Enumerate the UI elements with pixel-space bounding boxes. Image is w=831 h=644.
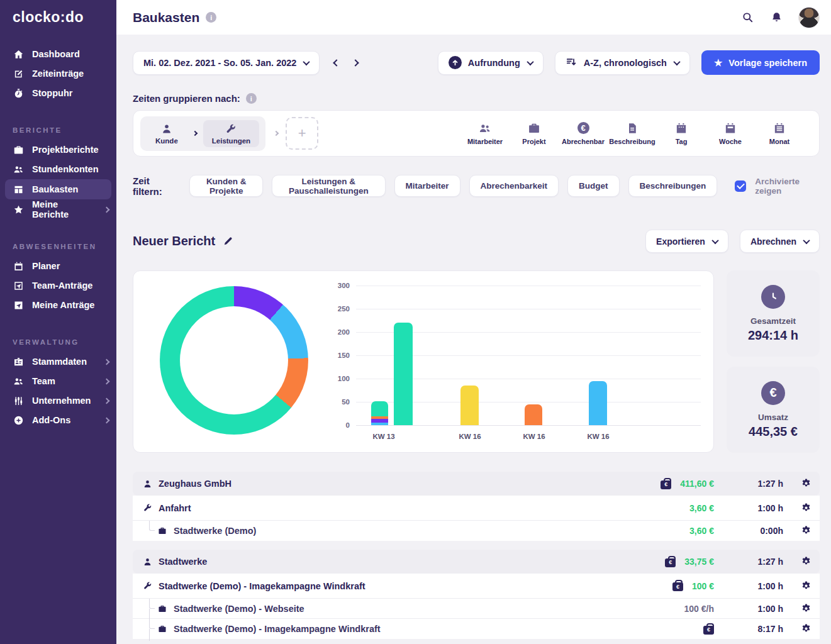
sidebar-item-dashboard[interactable]: Dashboard xyxy=(0,45,116,64)
grouping-option-label: Abrechenbar xyxy=(562,138,605,145)
search-icon[interactable] xyxy=(740,11,754,25)
tree-connector xyxy=(149,619,155,629)
gear-icon[interactable] xyxy=(801,580,812,592)
prev-period-button[interactable] xyxy=(332,59,340,67)
rounding-dropdown[interactable]: Aufrundung xyxy=(438,51,544,75)
next-period-button[interactable] xyxy=(351,59,359,67)
money-cell: €100 € xyxy=(607,580,714,591)
money-bag-icon[interactable]: € xyxy=(661,480,671,489)
sidebar-item-unternehmen[interactable]: Unternehmen xyxy=(0,391,116,410)
sidebar-section-berichte: BERICHTE xyxy=(0,126,116,134)
person-icon xyxy=(142,478,153,489)
sidebar-item-label: Meine Berichte xyxy=(32,199,96,219)
report-row-zeughaus-gmbh[interactable]: Zeughaus GmbH€411,60 €1:27 h xyxy=(133,472,820,496)
report-row-stadtwerke-demo-imagekampagne-windkraft[interactable]: Stadtwerke (Demo) - Imagekampagne Windkr… xyxy=(133,619,820,639)
sidebar-item-label: Team-Anträge xyxy=(32,280,109,291)
grouping-option-abrechenbar[interactable]: €Abrechenbar xyxy=(559,122,608,145)
home-icon xyxy=(13,48,24,60)
filter-button-budget[interactable]: Budget xyxy=(567,175,620,197)
sidebar-item-meine-berichte[interactable]: Meine Berichte xyxy=(0,200,116,219)
plane-icon xyxy=(13,299,24,311)
chevron-right-icon xyxy=(104,206,110,213)
charts-row: 300250200150100500KW 13KW 16KW 16KW 16 G… xyxy=(133,270,820,453)
gear-icon[interactable] xyxy=(801,502,812,514)
row-label: Stadtwerke xyxy=(159,557,607,567)
sidebar-item-meine-antr-ge[interactable]: Meine Anträge xyxy=(0,296,116,314)
gear-icon[interactable] xyxy=(801,525,812,536)
x-axis-label: KW 16 xyxy=(523,433,545,440)
bar-kw-16 xyxy=(525,404,542,425)
report-row-anfahrt[interactable]: Anfahrt3,60 €1:00 h xyxy=(133,496,820,521)
summary-value: 445,35 € xyxy=(749,425,798,439)
user-avatar[interactable] xyxy=(798,7,820,28)
rounding-label: Aufrundung xyxy=(468,58,520,68)
grouping-option-label: Tag xyxy=(676,138,688,145)
grouping-option-label: Monat xyxy=(769,138,789,145)
sidebar-item-label: Add-Ons xyxy=(32,415,96,425)
grouping-option-projekt[interactable]: Projekt xyxy=(510,122,559,145)
grouping-option-beschreibung[interactable]: Beschreibung xyxy=(608,122,657,145)
sidebar-item-stoppuhr[interactable]: Stoppuhr xyxy=(0,84,116,103)
person-icon xyxy=(142,556,153,567)
gear-icon[interactable] xyxy=(801,556,812,567)
date-range-picker[interactable]: Mi. 02. Dez. 2021 - So. 05. Jan. 2022 xyxy=(133,51,320,75)
chevron-down-icon xyxy=(711,236,718,243)
bell-icon[interactable] xyxy=(769,11,783,25)
time-value: 1:00 h xyxy=(732,503,783,513)
money-bag-icon[interactable]: € xyxy=(703,626,714,635)
money-bag-icon[interactable]: € xyxy=(665,558,676,567)
bill-dropdown[interactable]: Abrechnen xyxy=(740,230,820,253)
sidebar-item-team[interactable]: Team xyxy=(0,372,116,391)
gear-icon[interactable] xyxy=(801,623,812,635)
filter-button-abrechenbarkeit[interactable]: Abrechenbarkeit xyxy=(469,175,559,197)
edit-pencil-icon[interactable] xyxy=(223,236,234,247)
filter-button-kunden-projekte[interactable]: Kunden & Projekte xyxy=(189,175,263,197)
archived-checkbox[interactable] xyxy=(735,180,746,192)
sidebar-item-add-ons[interactable]: Add-Ons xyxy=(0,411,116,430)
time-value: 0:00h xyxy=(732,526,783,536)
sidebar-item-projektberichte[interactable]: Projektberichte xyxy=(0,140,116,159)
grouping-option-mitarbeiter[interactable]: Mitarbeiter xyxy=(460,122,510,145)
save-template-button[interactable]: ★ Vorlage speichern xyxy=(701,50,820,75)
sidebar-item-label: Stundenkonten xyxy=(32,164,109,174)
report-row-stadtwerke-demo[interactable]: Stadtwerke (Demo)3,60 €0:00h xyxy=(133,521,820,541)
sidebar-item-team-antr-ge[interactable]: Team-Anträge xyxy=(0,276,116,295)
filter-button-leistungen-pauschalleistungen[interactable]: Leistungen & Pauschalleistungen xyxy=(272,175,385,197)
report-row-stadtwerke[interactable]: Stadtwerke€33,75 €1:27 h xyxy=(133,550,820,574)
filter-button-mitarbeiter[interactable]: Mitarbeiter xyxy=(394,175,460,197)
sidebar-item-stundenkonten[interactable]: Stundenkonten xyxy=(0,160,116,179)
clock-icon xyxy=(761,285,785,309)
report-row-stadtwerke-demo-imagekampagne-windkraft[interactable]: Stadtwerke (Demo) - Imagekampagne Windkr… xyxy=(133,574,820,599)
money-value: 3,60 € xyxy=(689,526,714,536)
cal-week-icon xyxy=(724,122,737,135)
time-value: 1:27 h xyxy=(732,479,783,489)
sidebar: clocko:do DashboardZeiteinträgeStoppuhrB… xyxy=(0,0,116,644)
sort-dropdown[interactable]: A-Z, chronologisch xyxy=(555,51,690,75)
wrench-icon xyxy=(142,502,153,514)
info-icon[interactable]: i xyxy=(246,93,257,104)
grouping-option-woche[interactable]: Woche xyxy=(706,122,755,145)
grouping-option-label: Beschreibung xyxy=(609,138,655,145)
money-value: 100 €/h xyxy=(684,604,714,614)
gear-icon[interactable] xyxy=(801,478,812,489)
sidebar-item-zeiteintr-ge[interactable]: Zeiteinträge xyxy=(0,64,116,83)
sidebar-item-planer[interactable]: Planer xyxy=(0,257,116,275)
time-value: 8:17 h xyxy=(732,624,783,634)
filter-label: Zeit filtern: xyxy=(133,175,176,197)
money-bag-icon[interactable]: € xyxy=(672,582,683,591)
grouping-option-tag[interactable]: Tag xyxy=(657,122,706,145)
sidebar-item-stammdaten[interactable]: Stammdaten xyxy=(0,352,116,371)
chevron-right-icon xyxy=(104,378,110,384)
grouping-chip-kunde[interactable]: Kunde xyxy=(147,120,187,147)
sidebar-item-baukasten[interactable]: Baukasten xyxy=(5,179,111,199)
summary-cards: Gesamtzeit294:14 h€Umsatz445,35 € xyxy=(727,270,820,453)
grouping-chip-leistungen[interactable]: Leistungen xyxy=(203,120,259,147)
info-icon[interactable]: i xyxy=(206,12,216,23)
report-table: Zeughaus GmbH€411,60 €1:27 hAnfahrt3,60 … xyxy=(133,472,820,639)
grouping-option-monat[interactable]: Monat xyxy=(755,122,804,145)
export-dropdown[interactable]: Exportieren xyxy=(645,230,728,253)
filter-button-beschreibungen[interactable]: Beschreibungen xyxy=(628,175,718,197)
add-grouping-button[interactable]: + xyxy=(286,117,318,150)
report-row-stadtwerke-demo-webseite[interactable]: Stadtwerke (Demo) - Webseite100 €/h1:00 … xyxy=(133,599,820,619)
gear-icon[interactable] xyxy=(801,603,812,614)
